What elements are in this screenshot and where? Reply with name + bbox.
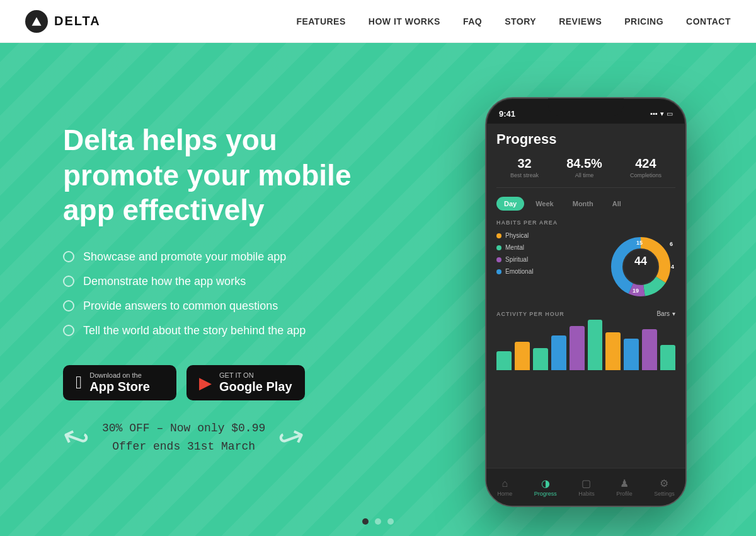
nav-features[interactable]: FEATURES bbox=[296, 16, 345, 26]
stat-alltime-label: All time bbox=[566, 172, 602, 178]
stats-row: 32 Best streak 84.5% All time 424 Comple… bbox=[496, 156, 675, 188]
home-icon: ⌂ bbox=[501, 478, 508, 489]
physical-dot bbox=[496, 233, 501, 238]
stat-comp-label: Completions bbox=[630, 172, 662, 178]
seg-label-spiritual: 4 bbox=[671, 264, 674, 270]
tab-day[interactable]: Day bbox=[496, 197, 524, 211]
habits-label-nav: Habits bbox=[578, 491, 595, 497]
app-store-small: Download on the bbox=[89, 371, 150, 379]
phone-bottom-nav: ⌂ Home ◑ Progress ▢ Habits ♟ bbox=[486, 468, 685, 506]
seg-label-mental: 6 bbox=[670, 241, 673, 247]
emotional-label: Emotional bbox=[505, 268, 533, 275]
seg-label-physical: 15 bbox=[636, 240, 643, 246]
phone-screen: Progress 32 Best streak 84.5% All time bbox=[486, 124, 685, 506]
spiritual-dot bbox=[496, 257, 501, 262]
logo-text: DELTA bbox=[54, 14, 101, 28]
profile-label: Profile bbox=[616, 491, 633, 497]
feature-item-4: Tell the world about the story behind th… bbox=[63, 324, 365, 337]
navbar: DELTA FEATURES HOW IT WORKS FAQ STORY RE… bbox=[0, 0, 756, 43]
bar-3 bbox=[551, 335, 566, 370]
nav-settings[interactable]: ⚙ Settings bbox=[654, 477, 675, 497]
tab-all[interactable]: All bbox=[605, 197, 629, 211]
bullet-2 bbox=[63, 276, 74, 287]
nav-progress[interactable]: ◑ Progress bbox=[534, 477, 557, 497]
nav-reviews[interactable]: REVIEWS bbox=[559, 16, 602, 26]
stat-alltime-val: 84.5% bbox=[566, 156, 602, 171]
volume-down-button bbox=[485, 199, 486, 218]
tab-bar: Day Week Month All bbox=[496, 197, 675, 211]
habits-icon: ▢ bbox=[581, 477, 591, 489]
google-play-big: Google Play bbox=[219, 379, 292, 394]
nav-profile[interactable]: ♟ Profile bbox=[616, 477, 633, 497]
nav-story[interactable]: STORY bbox=[505, 16, 536, 26]
hero-title: Delta helps you promote your mobile app … bbox=[63, 123, 365, 228]
google-play-button[interactable]: ▶ GET IT ON Google Play bbox=[186, 365, 305, 400]
stat-best-streak: 32 Best streak bbox=[510, 156, 539, 178]
stat-completions: 424 Completions bbox=[630, 156, 662, 178]
mental-dot bbox=[496, 245, 501, 250]
google-play-icon: ▶ bbox=[199, 375, 212, 391]
phone-notch bbox=[548, 98, 624, 116]
emotional-dot bbox=[496, 269, 501, 274]
signal-icon: ▪▪▪ bbox=[650, 110, 658, 117]
mental-label: Mental bbox=[505, 244, 524, 251]
legend-emotional: Emotional bbox=[496, 268, 600, 275]
bar-8 bbox=[642, 329, 657, 370]
tab-month[interactable]: Month bbox=[565, 197, 601, 211]
bar-chart bbox=[496, 322, 675, 373]
bar-7 bbox=[624, 339, 639, 370]
habits-legend: Physical Mental Spiritual bbox=[496, 232, 600, 301]
profile-icon: ♟ bbox=[620, 477, 629, 489]
power-button bbox=[686, 187, 687, 215]
arrow-left-icon: ↩ bbox=[59, 418, 94, 457]
settings-label: Settings bbox=[654, 491, 675, 497]
dot-2[interactable] bbox=[375, 518, 381, 525]
activity-type: Bars ▾ bbox=[656, 310, 675, 317]
bullet-4 bbox=[63, 325, 74, 336]
tab-week[interactable]: Week bbox=[528, 197, 561, 211]
logo[interactable]: DELTA bbox=[25, 10, 101, 33]
physical-label: Physical bbox=[505, 232, 529, 239]
dot-1[interactable] bbox=[362, 518, 369, 525]
feature-item-3: Provide answers to common questions bbox=[63, 300, 365, 313]
bar-4 bbox=[570, 326, 585, 370]
nav-how-it-works[interactable]: HOW IT WORKS bbox=[369, 16, 440, 26]
status-time: 9:41 bbox=[499, 109, 515, 119]
donut-chart: 44 15 6 4 19 bbox=[606, 232, 675, 301]
feature-item-1: Showcase and promote your mobile app bbox=[63, 250, 365, 264]
seg-label-emotional: 19 bbox=[633, 288, 639, 294]
home-label: Home bbox=[497, 491, 512, 497]
carousel-dots bbox=[362, 518, 394, 525]
phone-mockup: 9:41 ▪▪▪ ▾ ▭ Progress 32 bbox=[485, 97, 687, 507]
progress-label: Progress bbox=[534, 491, 557, 497]
apple-icon:  bbox=[76, 374, 82, 392]
promo-area: ↩ 30% OFF – Now only $0.99 Offer ends 31… bbox=[63, 419, 365, 456]
dropdown-icon[interactable]: ▾ bbox=[672, 310, 675, 317]
nav-contact[interactable]: CONTACT bbox=[686, 16, 731, 26]
dot-3[interactable] bbox=[387, 518, 394, 525]
status-icons: ▪▪▪ ▾ ▭ bbox=[650, 110, 673, 118]
arrow-right-icon: ↩ bbox=[273, 418, 309, 457]
screen-title: Progress bbox=[496, 131, 675, 148]
legend-mental: Mental bbox=[496, 244, 600, 251]
nav-home[interactable]: ⌂ Home bbox=[497, 478, 512, 497]
svg-marker-0 bbox=[32, 17, 42, 26]
nav-pricing[interactable]: PRICING bbox=[624, 16, 663, 26]
bar-0 bbox=[496, 351, 512, 370]
google-play-small: GET IT ON bbox=[219, 371, 292, 379]
nav-habits[interactable]: ▢ Habits bbox=[578, 477, 595, 497]
bar-1 bbox=[515, 342, 530, 370]
app-store-button[interactable]:  Download on the App Store bbox=[63, 365, 176, 400]
spiritual-label: Spiritual bbox=[505, 256, 528, 263]
nav-links: FEATURES HOW IT WORKS FAQ STORY REVIEWS … bbox=[296, 16, 731, 26]
screen-content: Progress 32 Best streak 84.5% All time bbox=[486, 124, 685, 380]
nav-faq[interactable]: FAQ bbox=[463, 16, 482, 26]
stat-streak-val: 32 bbox=[510, 156, 539, 171]
legend-physical: Physical bbox=[496, 232, 600, 239]
battery-icon: ▭ bbox=[667, 110, 673, 118]
stat-comp-val: 424 bbox=[630, 156, 662, 171]
bullet-3 bbox=[63, 300, 74, 312]
store-buttons:  Download on the App Store ▶ GET IT ON … bbox=[63, 365, 365, 400]
svg-text:44: 44 bbox=[634, 255, 647, 267]
bullet-1 bbox=[63, 251, 74, 262]
